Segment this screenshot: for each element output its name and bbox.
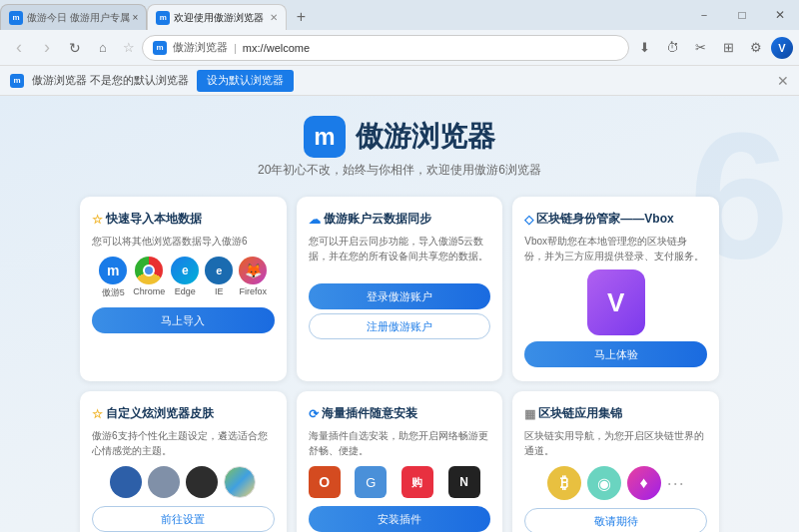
download-icon[interactable]: ⬇ bbox=[631, 35, 657, 61]
cloud-icon: ☁ bbox=[309, 213, 321, 227]
tab-2[interactable]: m 欢迎使用傲游浏览器 ✕ bbox=[147, 4, 287, 30]
blockchain-icons-row: ₿ ◉ ♦ ··· bbox=[524, 466, 707, 500]
skin-settings-button[interactable]: 前往设置 bbox=[92, 506, 275, 532]
default-browser-message: 傲游浏览器 不是您的默认浏览器 bbox=[32, 73, 189, 88]
vbox-card: ◇ 区块链身份管家——Vbox Vbox帮助您在本地管理您的区块链身份，并为三方… bbox=[512, 197, 719, 381]
chain-btc: ₿ bbox=[547, 466, 581, 500]
skin-dark[interactable] bbox=[186, 466, 218, 498]
set-default-button[interactable]: 设为默认浏览器 bbox=[197, 70, 294, 92]
plugin-translate: G bbox=[355, 466, 387, 498]
browser-firefox: 🦊 Firefox bbox=[239, 257, 267, 299]
cards-grid: ☆ 快速导入本地数据 您可以将其他浏览器数据导入傲游6 m 傲游5 Chrome… bbox=[60, 189, 739, 532]
browser-ie: e IE bbox=[205, 257, 233, 299]
skin-card: ☆ 自定义炫浏览器皮肤 傲游6支持个性化主题设定，遴选适合您心情感觉的主题。 前… bbox=[80, 391, 287, 532]
chain-other: ♦ bbox=[627, 466, 661, 500]
import-card-title: ☆ 快速导入本地数据 bbox=[92, 211, 275, 228]
blockchain-card: ▦ 区块链应用集锦 区块链实用导航，为您开启区块链世界的通道。 ₿ ◉ ♦ ··… bbox=[512, 391, 719, 532]
tab2-close-icon[interactable]: ✕ bbox=[270, 12, 278, 23]
sync-card: ☁ 傲游账户云数据同步 您可以开启云同步功能，导入傲游5云数据，并在您的所有设备… bbox=[297, 197, 503, 381]
skin-blue[interactable] bbox=[110, 466, 142, 498]
hero-logo: m 傲游浏览器 bbox=[304, 116, 495, 158]
browser-edge: e Edge bbox=[171, 257, 199, 299]
plugins-card-desc: 海量插件自选安装，助您开启网络畅游更舒畅、便捷。 bbox=[309, 428, 491, 458]
register-account-button[interactable]: 注册傲游账户 bbox=[309, 313, 491, 339]
url-text: mx://welcome bbox=[243, 42, 310, 54]
blockchain-card-desc: 区块链实用导航，为您开启区块链世界的通道。 bbox=[524, 428, 707, 458]
browser-maxthon5: m 傲游5 bbox=[99, 257, 127, 299]
hero-title: 傲游浏览器 bbox=[356, 118, 495, 156]
vbox-card-desc: Vbox帮助您在本地管理您的区块链身份，并为三方应用提供登录、支付服务。 bbox=[524, 234, 707, 264]
default-browser-toolbar: m 傲游浏览器 不是您的默认浏览器 设为默认浏览器 ✕ bbox=[0, 66, 799, 96]
address-bar[interactable]: m 傲游浏览器 | mx://welcome bbox=[142, 35, 629, 61]
screenshot-icon[interactable]: ✂ bbox=[687, 35, 713, 61]
refresh-button[interactable]: ↻ bbox=[62, 35, 88, 61]
hero-section: m 傲游浏览器 20年初心不改，始终与你相伴，欢迎使用傲游6浏览器 bbox=[0, 96, 799, 189]
v-logo-icon[interactable]: V bbox=[771, 37, 793, 59]
plugins-card: ⟳ 海量插件随意安装 海量插件自选安装，助您开启网络畅游更舒畅、便捷。 O G … bbox=[297, 391, 503, 532]
minimize-button[interactable]: － bbox=[685, 0, 723, 30]
hero-subtitle: 20年初心不改，始终与你相伴，欢迎使用傲游6浏览器 bbox=[0, 162, 799, 179]
forward-button[interactable]: › bbox=[34, 35, 60, 61]
extensions-icon[interactable]: ⊞ bbox=[715, 35, 741, 61]
tab1-label: 傲游今日 傲游用户专属 × bbox=[27, 11, 138, 25]
paint-icon: ☆ bbox=[92, 407, 103, 421]
plugin-icon: ⟳ bbox=[309, 407, 319, 421]
skin-colors-row bbox=[92, 466, 275, 498]
main-content: 6 m 傲游浏览器 20年初心不改，始终与你相伴，欢迎使用傲游6浏览器 ☆ 快速… bbox=[0, 96, 799, 532]
tab2-label: 欢迎使用傲游浏览器 bbox=[174, 11, 264, 25]
plugins-card-title: ⟳ 海量插件随意安装 bbox=[309, 405, 491, 422]
blockchain-icon: ▦ bbox=[524, 407, 535, 421]
maximize-button[interactable]: □ bbox=[723, 0, 761, 30]
browser-notice-icon: m bbox=[10, 74, 24, 88]
import-card: ☆ 快速导入本地数据 您可以将其他浏览器数据导入傲游6 m 傲游5 Chrome… bbox=[80, 197, 287, 381]
tab1-favicon: m bbox=[9, 11, 23, 25]
sync-card-title: ☁ 傲游账户云数据同步 bbox=[309, 211, 491, 228]
more-dots: ··· bbox=[667, 473, 685, 494]
url-separator: | bbox=[234, 42, 237, 54]
shield-icon: ◇ bbox=[524, 213, 533, 227]
navigation-bar: ‹ › ↻ ⌂ ☆ m 傲游浏览器 | mx://welcome ⬇ ⏱ ✂ ⊞… bbox=[0, 30, 799, 66]
sync-card-desc: 您可以开启云同步功能，导入傲游5云数据，并在您的所有设备间共享您的数据。 bbox=[309, 234, 491, 275]
browser-icons-row: m 傲游5 Chrome e Edge e IE bbox=[92, 257, 275, 299]
history-icon[interactable]: ⏱ bbox=[659, 35, 685, 61]
bookmark-star-icon[interactable]: ☆ bbox=[118, 37, 140, 59]
tab-1[interactable]: m 傲游今日 傲游用户专属 × bbox=[0, 4, 147, 30]
skin-card-title: ☆ 自定义炫浏览器皮肤 bbox=[92, 405, 275, 422]
vbox-try-button[interactable]: 马上体验 bbox=[524, 341, 707, 367]
close-button[interactable]: ✕ bbox=[761, 0, 799, 30]
site-favicon: m bbox=[153, 41, 167, 55]
settings-icon[interactable]: ⚙ bbox=[743, 35, 769, 61]
tab2-favicon: m bbox=[156, 11, 170, 25]
blockchain-coming-button[interactable]: 敬请期待 bbox=[524, 508, 707, 532]
plugin-notion: N bbox=[448, 466, 480, 498]
skin-gray[interactable] bbox=[148, 466, 180, 498]
blockchain-card-title: ▦ 区块链应用集锦 bbox=[524, 405, 707, 422]
import-button[interactable]: 马上导入 bbox=[92, 307, 275, 333]
url-site-name: 傲游浏览器 bbox=[173, 40, 228, 55]
chain-eth: ◉ bbox=[587, 466, 621, 500]
plugin-icons-row: O G 购 N bbox=[309, 466, 491, 498]
toolbar-close-icon[interactable]: ✕ bbox=[777, 73, 789, 89]
hero-logo-icon: m bbox=[304, 116, 346, 158]
browser-chrome: Chrome bbox=[133, 257, 165, 299]
login-account-button[interactable]: 登录傲游账户 bbox=[309, 283, 491, 309]
vbox-icon: V bbox=[587, 269, 645, 335]
skin-card-desc: 傲游6支持个性化主题设定，遴选适合您心情感觉的主题。 bbox=[92, 428, 275, 458]
back-button[interactable]: ‹ bbox=[6, 35, 32, 61]
plugin-shop: 购 bbox=[401, 466, 433, 498]
install-plugin-button[interactable]: 安装插件 bbox=[309, 506, 491, 532]
vbox-card-title: ◇ 区块链身份管家——Vbox bbox=[524, 211, 707, 228]
new-tab-button[interactable]: + bbox=[287, 4, 315, 30]
star-icon: ☆ bbox=[92, 213, 103, 227]
import-card-desc: 您可以将其他浏览器数据导入傲游6 bbox=[92, 234, 275, 249]
home-button[interactable]: ⌂ bbox=[90, 35, 116, 61]
skin-landscape[interactable] bbox=[224, 466, 256, 498]
plugin-office: O bbox=[309, 466, 341, 498]
